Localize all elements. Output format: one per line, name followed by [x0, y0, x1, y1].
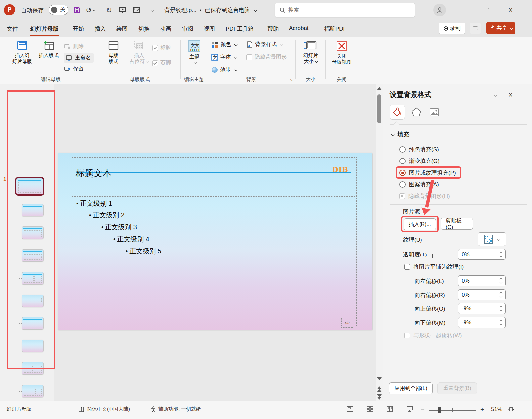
gradient-fill-radio[interactable] [399, 158, 406, 164]
next-slide-icon2[interactable] [377, 397, 382, 400]
insert-layout-button[interactable]: 插入版式 [37, 40, 60, 58]
offset-right-input[interactable]: 0% [458, 289, 506, 300]
tile-picture-checkbox-icon[interactable] [404, 264, 410, 270]
screen-clip-icon[interactable] [131, 5, 142, 15]
fill-tab[interactable] [390, 105, 405, 120]
record-button[interactable]: 录制 [439, 23, 465, 34]
pane-close-icon[interactable]: ✕ [506, 91, 515, 99]
layout-thumbnail[interactable] [22, 226, 44, 239]
slideshow-view-button[interactable] [406, 406, 413, 412]
tab-slide-master[interactable]: 幻灯片母版 [30, 23, 59, 36]
start-slideshow-icon[interactable] [117, 5, 128, 15]
solid-fill-radio[interactable] [399, 146, 406, 153]
scroll-up-icon[interactable] [377, 87, 382, 90]
layout-thumbnail[interactable] [22, 340, 44, 352]
transparency-input[interactable]: 0% [458, 249, 506, 260]
slide-number-placeholder[interactable]: ‹#› [341, 318, 353, 328]
slide-size-button[interactable]: 幻灯片 大小 [301, 40, 321, 64]
close-master-view-button[interactable]: 关闭 母版视图 [331, 40, 353, 65]
apply-to-all-button[interactable]: 应用到全部(L) [389, 382, 433, 394]
layout-thumbnail[interactable] [22, 295, 44, 307]
tab-help[interactable]: 帮助 [267, 23, 279, 35]
transparency-slider[interactable] [432, 256, 453, 256]
zoom-level[interactable]: 51% [491, 406, 502, 413]
language-status[interactable]: 简体中文(中国大陆) [78, 406, 130, 412]
search-input[interactable] [288, 7, 401, 13]
offset-bottom-spinner-icons[interactable] [500, 320, 502, 325]
undo-icon[interactable]: ↺ [85, 5, 96, 15]
body-placeholder[interactable]: 正文级别 1 正文级别 2 正文级别 3 正文级别 4 正文级别 5 [72, 196, 357, 326]
gradient-fill-option[interactable]: 渐变填充(G) [399, 157, 440, 165]
effects-button[interactable]: 效果 [211, 66, 237, 73]
previous-slide-icon2[interactable] [377, 389, 382, 392]
slide-sorter-button[interactable] [367, 406, 373, 412]
title-placeholder[interactable]: 标题文本 DIB [72, 157, 357, 196]
normal-view-button[interactable] [347, 406, 353, 412]
tab-draw[interactable]: 绘图 [116, 23, 128, 35]
layout-thumbnail[interactable] [22, 385, 44, 397]
zoom-slider-thumb[interactable] [438, 407, 441, 413]
pattern-fill-option[interactable]: 图案填充(A) [399, 181, 439, 188]
offset-left-input[interactable]: 0% [458, 275, 506, 286]
layout-thumbnail[interactable] [22, 317, 44, 330]
picture-texture-fill-option[interactable]: 图片或纹理填充(P) [399, 169, 456, 177]
tab-home[interactable]: 开始 [72, 23, 85, 35]
zoom-in-button[interactable]: + [480, 406, 484, 414]
tab-transitions[interactable]: 切换 [138, 23, 150, 35]
tab-pdf-tools[interactable]: PDF工具箱 [225, 23, 254, 35]
fonts-button[interactable]: 文 字体 [211, 54, 237, 61]
picture-tab[interactable] [427, 105, 442, 120]
share-button[interactable]: 共享 [486, 22, 515, 34]
close-button[interactable]: × [503, 4, 518, 16]
insert-slide-master-button[interactable]: 插入幻 灯片母版 [10, 40, 34, 64]
preserve-button[interactable]: 保留 [64, 66, 84, 72]
account-avatar[interactable] [433, 4, 446, 16]
rename-button[interactable]: 重命名 [64, 53, 94, 63]
maximize-button[interactable] [479, 4, 494, 16]
qat-more-icon[interactable] [146, 5, 157, 15]
background-styles-button[interactable]: 背景样式 [246, 41, 283, 48]
effects-tab[interactable] [409, 105, 424, 120]
offset-right-spinner-icons[interactable] [500, 292, 502, 297]
offset-left-spinner-icons[interactable] [500, 278, 502, 283]
tab-acrobat[interactable]: Acrobat [288, 23, 309, 34]
tab-foxit-pdf[interactable]: 福昕PDF [324, 23, 347, 35]
tab-view[interactable]: 视图 [203, 23, 216, 35]
insert-picture-button[interactable]: 插入(R)... [404, 218, 436, 230]
offset-top-input[interactable]: -9% [458, 303, 506, 314]
zoom-slider[interactable] [429, 410, 476, 411]
doc-title-chevron-icon[interactable] [254, 9, 257, 12]
fit-to-window-button[interactable] [508, 406, 514, 413]
main-scrollbar[interactable] [376, 84, 383, 401]
offset-bottom-input[interactable]: -9% [458, 317, 506, 328]
layout-thumbnail[interactable] [22, 204, 44, 216]
fill-section-header[interactable]: 填充 [392, 130, 409, 138]
background-dialog-launcher-icon[interactable]: ↘ [288, 77, 293, 82]
minimize-button[interactable]: − [456, 4, 471, 16]
transparency-spinner-icons[interactable] [500, 252, 502, 257]
layout-thumbnail[interactable] [22, 249, 44, 262]
solid-fill-option[interactable]: 纯色填充(S) [399, 146, 439, 153]
colors-button[interactable]: 颜色 [211, 41, 237, 48]
tab-file[interactable]: 文件 [6, 23, 19, 35]
tile-picture-option[interactable]: 将图片平铺为纹理(I) [404, 263, 464, 271]
accessibility-status[interactable]: 辅助功能: 一切就绪 [151, 406, 201, 412]
redo-icon[interactable]: ↻ [103, 5, 114, 15]
save-icon[interactable] [71, 5, 83, 15]
tab-review[interactable]: 审阅 [181, 23, 194, 35]
clipboard-button[interactable]: 剪贴板(C) [441, 218, 473, 230]
scrollbar-thumb[interactable] [377, 94, 381, 123]
layout-thumbnail[interactable] [22, 362, 44, 375]
master-slide-thumbnail[interactable] [15, 177, 44, 196]
offset-top-spinner-icons[interactable] [500, 306, 502, 311]
picture-texture-fill-radio[interactable] [399, 170, 406, 176]
zoom-out-button[interactable]: − [421, 406, 425, 414]
pane-collapse-icon[interactable] [490, 91, 500, 98]
autosave-toggle[interactable]: 关 [49, 5, 68, 15]
texture-dropdown[interactable] [478, 232, 506, 246]
reading-view-button[interactable] [386, 406, 393, 412]
scroll-down-icon[interactable] [377, 377, 382, 380]
pattern-fill-radio[interactable] [399, 181, 406, 188]
tab-animations[interactable]: 动画 [159, 23, 172, 35]
master-layout-button[interactable]: 母版 版式 [104, 40, 123, 64]
